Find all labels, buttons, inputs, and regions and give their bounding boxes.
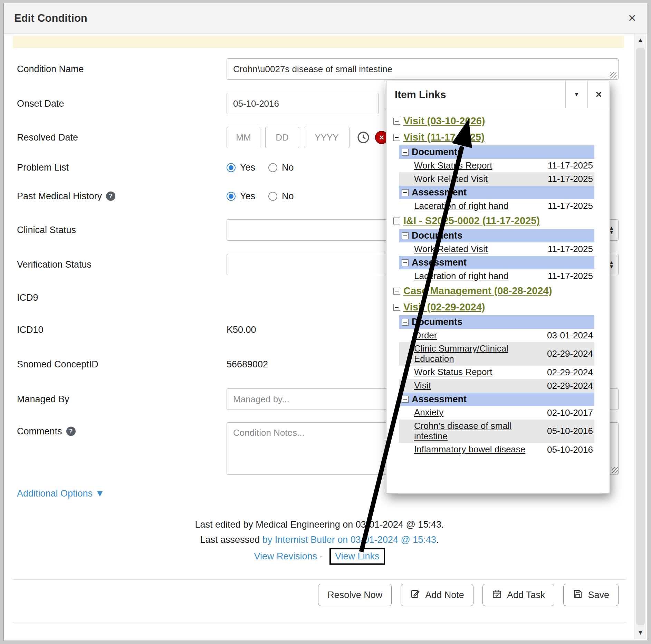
action-button-row: Resolve Now Add Note Add Task bbox=[227, 584, 619, 606]
pmh-yes-radio[interactable]: Yes bbox=[227, 191, 255, 202]
radio-icon bbox=[268, 163, 277, 172]
item-links-group-row: Visit (03-10-2026) bbox=[393, 113, 594, 129]
scroll-down-icon: ▼ bbox=[638, 629, 643, 636]
linked-item-link[interactable]: Laceration of right hand bbox=[414, 271, 548, 281]
additional-options-text[interactable]: Additional Options bbox=[17, 488, 93, 499]
linked-item-link[interactable]: Work Status Report bbox=[414, 367, 547, 377]
icd9-label-text: ICD9 bbox=[17, 292, 38, 303]
clock-icon[interactable] bbox=[356, 131, 370, 144]
view-links-link[interactable]: View Links bbox=[335, 551, 380, 561]
help-icon[interactable]: ? bbox=[66, 427, 76, 436]
calendar-check-icon bbox=[492, 589, 502, 602]
linked-item-date: 05-10-2016 bbox=[547, 426, 593, 436]
linked-item-link[interactable]: Inflammatory bowel disease bbox=[414, 444, 547, 455]
chevron-down-icon: ▼ bbox=[95, 488, 105, 499]
item-links-section-header: Documents bbox=[399, 315, 594, 329]
item-links-tree: Visit (03-10-2026)Visit (11-17-2025)Docu… bbox=[386, 108, 610, 489]
collapse-minus-icon[interactable] bbox=[393, 134, 400, 141]
add-note-button[interactable]: Add Note bbox=[401, 584, 473, 606]
modal-close-icon[interactable]: ✕ bbox=[628, 12, 636, 24]
encounter-link[interactable]: Visit (02-29-2024) bbox=[403, 301, 485, 313]
last-edited-line: Last edited by Medical Engineering on 03… bbox=[13, 519, 626, 530]
encounter-link[interactable]: Case Management (08-28-2024) bbox=[403, 285, 552, 297]
scrollbar-track[interactable] bbox=[635, 46, 646, 627]
resize-handle[interactable] bbox=[610, 72, 616, 78]
item-links-collapse-button[interactable]: ▼ bbox=[565, 81, 587, 108]
modal-titlebar: Edit Condition ✕ bbox=[4, 3, 647, 33]
item-links-section-header: Assessment bbox=[399, 256, 594, 269]
item-links-group-row: Visit (11-17-2025) bbox=[393, 129, 594, 145]
collapse-minus-icon[interactable] bbox=[402, 189, 409, 196]
additional-options-link[interactable]: Additional Options ▼ bbox=[17, 488, 104, 499]
linked-item-link[interactable]: Work Status Report bbox=[414, 161, 548, 171]
collapse-minus-icon[interactable] bbox=[393, 218, 400, 224]
divider bbox=[13, 579, 626, 580]
item-links-item-row: Laceration of right hand11-17-2025 bbox=[399, 199, 594, 213]
resolve-now-button[interactable]: Resolve Now bbox=[318, 584, 392, 606]
vertical-scrollbar[interactable]: ▲ ▼ bbox=[634, 34, 646, 639]
pmh-no-radio[interactable]: No bbox=[268, 191, 294, 202]
icd9-label: ICD9 bbox=[17, 292, 38, 303]
linked-item-link[interactable]: Clinic Summary/Clinical Education bbox=[414, 344, 547, 364]
save-button[interactable]: Save bbox=[563, 584, 619, 606]
encounter-link[interactable]: Visit (03-10-2026) bbox=[403, 115, 485, 127]
note-icon bbox=[410, 589, 420, 602]
scrollbar-thumb[interactable] bbox=[636, 48, 645, 625]
scroll-up-button[interactable]: ▲ bbox=[635, 34, 646, 46]
condition-name-label: Condition Name bbox=[17, 64, 84, 75]
collapse-minus-icon[interactable] bbox=[402, 396, 409, 403]
resolved-day-input[interactable] bbox=[265, 127, 299, 148]
last-edited-text: Last edited by Medical Engineering on 03… bbox=[195, 519, 444, 530]
linked-item-link[interactable]: Anxiety bbox=[414, 407, 547, 418]
icd10-label-text: ICD10 bbox=[17, 325, 44, 335]
snomed-label: Snomed ConceptID bbox=[17, 359, 98, 370]
collapse-minus-icon[interactable] bbox=[393, 118, 400, 125]
encounter-link[interactable]: I&I - S2025-0002 (11-17-2025) bbox=[403, 215, 540, 227]
radio-label: Yes bbox=[240, 162, 255, 173]
onset-date-label: Onset Date bbox=[17, 98, 64, 109]
close-icon: ✕ bbox=[595, 90, 602, 99]
section-label: Documents bbox=[412, 230, 462, 241]
item-links-item-row: Inflammatory bowel disease05-10-2016 bbox=[399, 443, 594, 456]
collapse-minus-icon[interactable] bbox=[393, 288, 400, 295]
condition-name-input[interactable] bbox=[227, 58, 619, 80]
linked-item-link[interactable]: Laceration of right hand bbox=[414, 201, 548, 211]
collapse-minus-icon[interactable] bbox=[402, 319, 409, 326]
linked-item-link[interactable]: Crohn's disease of small intestine bbox=[414, 421, 547, 442]
linked-item-link[interactable]: Visit bbox=[414, 381, 547, 391]
resolved-month-input[interactable] bbox=[227, 127, 260, 148]
linked-item-link[interactable]: Work Related Visit bbox=[414, 174, 548, 184]
add-note-label: Add Note bbox=[425, 590, 464, 600]
help-icon[interactable]: ? bbox=[106, 192, 115, 201]
last-assessed-link[interactable]: by Internist Butler on 03-01-2024 @ 15:4… bbox=[262, 535, 436, 545]
view-links-highlight-box: View Links bbox=[329, 548, 385, 565]
view-revisions-link[interactable]: View Revisions bbox=[254, 551, 317, 561]
collapse-minus-icon[interactable] bbox=[393, 304, 400, 311]
add-task-button[interactable]: Add Task bbox=[482, 584, 555, 606]
problem-list-yes-radio[interactable]: Yes bbox=[227, 162, 255, 173]
scroll-down-button[interactable]: ▼ bbox=[635, 627, 646, 639]
verification-status-label-text: Verification Status bbox=[17, 259, 92, 270]
collapse-minus-icon[interactable] bbox=[402, 149, 409, 156]
last-assessed-line: Last assessed by Internist Butler on 03-… bbox=[13, 535, 626, 545]
linked-item-link[interactable]: Work Related Visit bbox=[414, 244, 548, 254]
resize-handle[interactable] bbox=[612, 467, 618, 473]
resolved-date-label: Resolved Date bbox=[17, 132, 78, 143]
modal-title: Edit Condition bbox=[14, 12, 87, 25]
collapse-minus-icon[interactable] bbox=[402, 259, 409, 266]
section-label: Documents bbox=[412, 317, 462, 327]
divider bbox=[13, 623, 626, 623]
last-assessed-suffix: . bbox=[436, 535, 439, 545]
encounter-link[interactable]: Visit (11-17-2025) bbox=[403, 132, 485, 143]
managed-by-label: Managed By bbox=[17, 394, 69, 405]
icd10-label: ICD10 bbox=[17, 325, 44, 335]
collapse-minus-icon[interactable] bbox=[402, 232, 409, 239]
item-links-close-button[interactable]: ✕ bbox=[587, 81, 610, 108]
page-background: Edit Condition ✕ Condition Name Onset Da… bbox=[0, 0, 651, 644]
linked-item-link[interactable]: Order bbox=[414, 330, 547, 341]
item-links-item-row: Order03-01-2024 bbox=[399, 329, 594, 342]
resolved-year-input[interactable] bbox=[304, 127, 350, 148]
problem-list-no-radio[interactable]: No bbox=[268, 162, 294, 173]
onset-date-input[interactable] bbox=[227, 93, 379, 114]
item-links-group-row: I&I - S2025-0002 (11-17-2025) bbox=[393, 213, 594, 229]
